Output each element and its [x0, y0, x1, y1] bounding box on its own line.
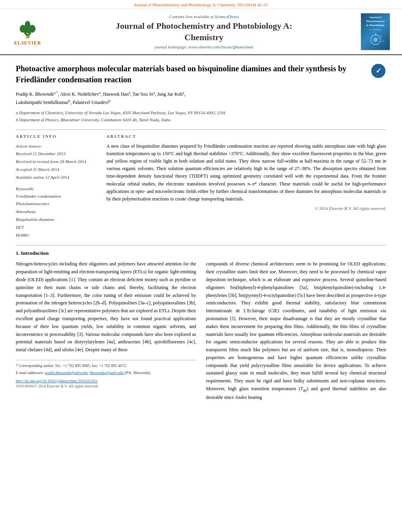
article-info-col: ARTICLE INFO Article history: Received 1…: [16, 134, 95, 239]
article-info-header: ARTICLE INFO: [16, 134, 95, 139]
contents-line: Contents lists available at ScienceDirec…: [55, 14, 353, 19]
email-link-1[interactable]: pradip.bhowmik@unlv.edu: [45, 371, 87, 375]
intro-text-left: Nitrogen-heterocycles including their ol…: [16, 260, 196, 354]
intro-section-title: 1. Introduction: [16, 250, 386, 256]
keywords-label: Keywords:: [16, 186, 95, 191]
journal-reference-bar: Journal of Photochemistry and Photobiolo…: [0, 0, 402, 9]
history-label: Article history:: [16, 143, 95, 150]
email-link-2[interactable]: bhowmikp@unlv.edu: [89, 371, 123, 375]
journal-header: ELSEVIER Contents lists available at Sci…: [0, 9, 402, 55]
svg-rect-5: [26, 33, 29, 34]
online-date: Available online 12 April 2014: [16, 174, 95, 182]
sciencedirect-link[interactable]: ScienceDirect: [214, 14, 239, 19]
issn-line: 1010-6030/© 2014 Elsevier B.V. All right…: [16, 384, 196, 388]
svg-point-7: [373, 37, 378, 42]
crossmark-icon: ✓: [371, 64, 385, 78]
keywords-section: Keywords: Friedländer condensation Photo…: [16, 186, 95, 239]
journal-title: Journal of Photochemistry and Photobiolo…: [55, 20, 353, 43]
abstract-col: ABSTRACT A new class of bisquinoline dia…: [106, 134, 386, 239]
intro-col-left: Nitrogen-heterocycles including their ol…: [16, 260, 196, 401]
divider-2: [16, 245, 386, 245]
copyright-line: © 2014 Elsevier B.V. All rights reserved…: [106, 206, 386, 211]
journal-homepage: journal homepage: www.elsevier.com/locat…: [55, 44, 353, 49]
journal-title-area: Contents lists available at ScienceDirec…: [47, 14, 361, 49]
article-title-section: Photoactive amorphous molecular material…: [16, 63, 386, 85]
svg-line-9: [380, 35, 382, 37]
svg-point-4: [25, 21, 30, 29]
journal-cover-area: Journal ofPhotochemistry& Photobiology A…: [361, 13, 394, 50]
affiliation-b: b Department of Physics, Bharathiar Univ…: [16, 117, 386, 124]
divider-1: [16, 130, 386, 130]
article-body: Photoactive amorphous molecular material…: [0, 55, 402, 410]
revised-date: Received in revised form 28 March 2014: [16, 158, 95, 166]
doi-url[interactable]: http://dx.doi.org/10.1016/j.jphotochem.2…: [16, 379, 98, 383]
accepted-date: Accepted 31 March 2014: [16, 166, 95, 174]
affiliations: a Department of Chemistry, University of…: [16, 109, 386, 123]
cover-decorative-icon: [364, 33, 387, 46]
info-abstract-section: ARTICLE INFO Article history: Received 1…: [16, 134, 386, 239]
abstract-header: ABSTRACT: [106, 134, 386, 139]
elsevier-logo: ELSEVIER: [8, 18, 47, 46]
crossmark-logo[interactable]: ✓: [370, 63, 386, 79]
doi-link: http://dx.doi.org/10.1016/j.jphotochem.2…: [16, 379, 196, 383]
abstract-text: A new class of bisquinoline diamines pre…: [106, 143, 386, 203]
affiliation-a: a Department of Chemistry, University of…: [16, 109, 386, 117]
intro-col-right: compounds of diverse chemical architectu…: [206, 260, 387, 401]
homepage-url[interactable]: www.elsevier.com/locate/jphotochem: [188, 44, 253, 49]
authors-line: Pradip K. Bhowmika,*, Alexi K. Nedeltche…: [16, 90, 386, 106]
journal-cover-image: Journal ofPhotochemistry& Photobiology A…: [361, 13, 390, 50]
footnotes: * Corresponding author. Tel.: +1 702 895…: [16, 360, 196, 376]
intro-text-right: compounds of diverse chemical architectu…: [206, 260, 387, 401]
received-date: Received 12 December 2013: [16, 150, 95, 158]
intro-body: Nitrogen-heterocycles including their ol…: [16, 260, 386, 401]
elsevier-tree-icon: [15, 18, 41, 39]
article-title: Photoactive amorphous molecular material…: [16, 63, 365, 85]
elsevier-wordmark: ELSEVIER: [14, 40, 41, 46]
elsevier-logo-area: ELSEVIER: [8, 18, 47, 46]
footnote-email: E-mail addresses: pradip.bhowmik@unlv.ed…: [16, 370, 196, 376]
keywords-list: Friedländer condensation Photoluminescen…: [16, 193, 95, 239]
footnote-corresponding: * Corresponding author. Tel.: +1 702 895…: [16, 363, 196, 369]
cover-title-text: Journal ofPhotochemistry& Photobiology A…: [364, 16, 387, 47]
journal-ref-text: Journal of Photochemistry and Photobiolo…: [134, 2, 268, 7]
article-history: Article history: Received 12 December 20…: [16, 143, 95, 182]
